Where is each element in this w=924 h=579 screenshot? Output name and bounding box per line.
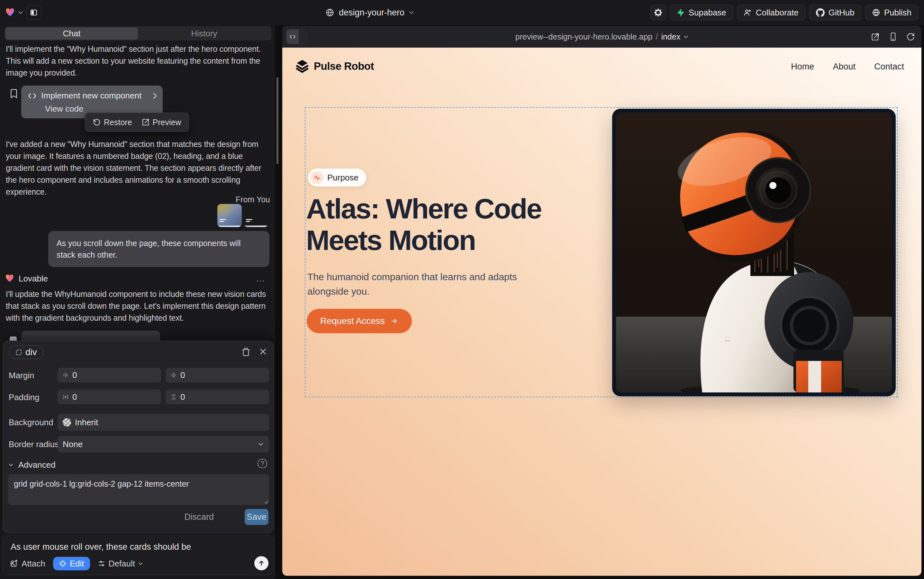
site-brand[interactable]: Pulse Robot: [295, 59, 374, 74]
preview-url[interactable]: preview--design-your-hero.lovable.app / …: [515, 26, 688, 47]
nav-home[interactable]: Home: [791, 62, 814, 72]
refresh-icon[interactable]: [906, 33, 915, 41]
message-menu-button[interactable]: …: [256, 273, 266, 284]
request-access-button[interactable]: Request Access: [307, 309, 412, 333]
background-label: Background: [9, 417, 53, 427]
restore-button[interactable]: Restore: [93, 118, 132, 127]
collaborate-button[interactable]: Collaborate: [737, 5, 805, 20]
padding-x-field[interactable]: [57, 389, 161, 404]
gear-icon: [654, 8, 662, 17]
attachment-thumbnail-blue[interactable]: [217, 204, 242, 227]
supabase-button[interactable]: Supabase: [670, 5, 733, 20]
attachment-thumbnail-orange[interactable]: [244, 204, 268, 227]
chat-scrollbar[interactable]: [276, 77, 278, 164]
open-in-new-tab-icon[interactable]: [871, 32, 880, 41]
collaborate-icon: [744, 8, 752, 17]
attach-label: Attach: [21, 559, 45, 569]
collaborate-label: Collaborate: [756, 8, 798, 18]
assistant-name: Lovable: [19, 274, 48, 284]
sliders-icon: [98, 560, 106, 568]
site-preview: Pulse Robot Home About Contact Purpose A…: [282, 47, 921, 576]
chevron-down-icon: [684, 35, 688, 38]
supabase-bolt-icon: [676, 8, 685, 17]
send-arrow-icon: [258, 560, 265, 567]
tab-chat[interactable]: Chat: [5, 27, 138, 39]
user-message-bubble: As you scroll down the page, these compo…: [48, 231, 269, 267]
padding-y-input[interactable]: [180, 392, 264, 402]
margin-x-input[interactable]: [72, 370, 156, 380]
github-button[interactable]: GitHub: [809, 5, 861, 20]
attach-image-icon: [10, 559, 18, 568]
background-field[interactable]: Inherit: [57, 414, 269, 431]
close-icon[interactable]: [259, 347, 267, 356]
discard-button[interactable]: Discard: [184, 512, 214, 522]
preview-button[interactable]: Preview: [142, 118, 181, 127]
attach-button[interactable]: Attach: [10, 559, 45, 569]
supabase-label: Supabase: [689, 8, 726, 18]
send-button[interactable]: [254, 556, 268, 570]
composer-input[interactable]: As user mouse roll over, these cards sho…: [11, 542, 266, 552]
checker-swatch: [63, 418, 71, 427]
margin-y-input[interactable]: [180, 370, 264, 380]
component-card-title: Implement new component: [41, 91, 149, 101]
padding-y-icon: [171, 394, 176, 400]
chevron-down-icon: [258, 443, 263, 446]
chevron-down-icon[interactable]: [18, 11, 23, 14]
sidebar-toggle-button[interactable]: [26, 5, 41, 20]
element-tag: div: [25, 347, 37, 357]
chat-composer[interactable]: As user mouse roll over, these cards sho…: [3, 535, 274, 575]
border-radius-label: Border radius: [9, 439, 59, 449]
external-link-icon: [142, 118, 150, 126]
code-icon: [286, 29, 299, 44]
chat-sidebar: Chat History I'll implement the "Why Hum…: [0, 25, 275, 579]
globe-icon: [325, 8, 335, 17]
padding-y-field[interactable]: [166, 389, 269, 404]
border-radius-select[interactable]: None: [57, 436, 269, 453]
edit-mode-button[interactable]: Edit: [53, 557, 90, 570]
lovable-heart-icon[interactable]: [5, 8, 15, 17]
element-inspector-panel: div Margin Padding: [3, 341, 274, 533]
publish-button[interactable]: Publish: [865, 5, 918, 20]
padding-label: Padding: [9, 393, 39, 402]
from-you-label: From You: [236, 195, 270, 204]
selected-element-pill[interactable]: div: [9, 345, 44, 359]
hero-robot-card: [612, 109, 896, 396]
preview-host: preview--design-your-hero.lovable.app: [515, 32, 653, 41]
mode-selector[interactable]: Default: [98, 559, 143, 569]
purpose-badge: Purpose: [308, 168, 366, 186]
badge-label: Purpose: [327, 173, 359, 183]
advanced-label: Advanced: [18, 460, 56, 470]
nav-contact[interactable]: Contact: [874, 62, 904, 72]
github-label: GitHub: [829, 8, 855, 18]
trash-icon[interactable]: [242, 347, 250, 357]
chevron-right-icon: [153, 93, 157, 99]
arrow-right-icon: [390, 317, 398, 325]
padding-x-input[interactable]: [72, 392, 156, 402]
edit-label: Edit: [70, 559, 84, 569]
project-switcher[interactable]: design-your-hero: [325, 0, 414, 25]
settings-button[interactable]: [650, 5, 666, 20]
advanced-classes-textarea[interactable]: grid grid-cols-1 lg:grid-cols-2 gap-12 i…: [8, 474, 269, 505]
assistant-message: I'll update the WhyHumanoid component to…: [6, 288, 273, 324]
restore-icon: [93, 118, 101, 126]
view-code-link[interactable]: View code: [21, 101, 163, 114]
hero-tagline: The humanoid companion that learns and a…: [307, 270, 526, 299]
mobile-preview-icon[interactable]: [889, 32, 897, 41]
app-window: design-your-hero Supabase Col: [0, 0, 924, 579]
margin-y-field[interactable]: [166, 368, 269, 383]
chevron-down-icon: [9, 463, 13, 466]
save-button[interactable]: Save: [245, 509, 268, 525]
margin-x-field[interactable]: [57, 368, 161, 383]
advanced-toggle[interactable]: Advanced: [9, 460, 56, 470]
cta-label: Request Access: [320, 316, 385, 326]
help-icon[interactable]: ?: [258, 459, 267, 468]
bookmark-icon[interactable]: [10, 89, 18, 98]
tab-history[interactable]: History: [138, 27, 270, 39]
assistant-message: I've added a new "Why Humanoid" section …: [6, 138, 273, 198]
hero-heading: Atlas: Where Code Meets Motion: [306, 193, 596, 256]
edit-target-icon: [59, 560, 67, 568]
nav-about[interactable]: About: [833, 62, 855, 72]
mode-label: Default: [109, 559, 135, 569]
code-view-toggle[interactable]: [286, 29, 307, 44]
project-name: design-your-hero: [339, 8, 405, 18]
